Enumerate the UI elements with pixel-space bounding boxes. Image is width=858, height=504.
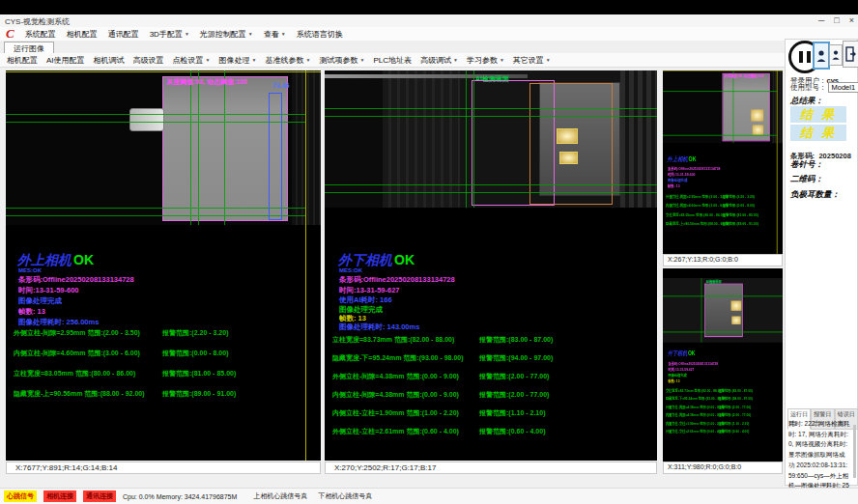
measurement-row: 外侧立柱-间隙=4.38mm 范围:(0.00 - 9.00)报警范围:(2.0… [666, 405, 783, 410]
thumb-result-title: 外下相机OK [668, 350, 695, 357]
thumb-view-bottom[interactable]: AI检测画面 外下相机OK 条形码:Offline202502081331347… [663, 268, 783, 462]
model-row: 使用型号： Model1 [790, 82, 858, 93]
result-block-top: 结 果 [790, 106, 846, 123]
image-texture [325, 70, 383, 208]
chevron-down-icon: ▼ [453, 57, 458, 63]
bright-spot [731, 301, 742, 311]
minimize-button[interactable]: ─ [818, 15, 824, 25]
switch-user-button[interactable] [813, 42, 830, 70]
menu-language-switch[interactable]: 系统语言切换 [297, 29, 343, 40]
elapsed-line: 图像处理耗时: 256.00ms [18, 318, 99, 327]
menu-comm-config[interactable]: 通讯配置 [108, 29, 139, 40]
bright-spot [753, 125, 763, 134]
frame-count-line: 帧数: 13 [668, 183, 680, 189]
qrcode-label: 二维码： [790, 174, 823, 185]
frame-count-line: 帧数: 13 [18, 307, 45, 317]
user-icon [832, 49, 840, 61]
comm-connect-badge: 通讯连接 [83, 490, 116, 502]
thumb-view-top[interactable]: 灰度阈值:93, 动态阈值:100 外上相机OK 条形码:Offline2025… [663, 70, 783, 254]
menu-view[interactable]: 查看▼ [264, 29, 286, 40]
thumb-result-title: 外上相机OK [668, 154, 697, 162]
measurement-row: 立柱宽度=83.05mm 范围:(80.00 - 86.00)报警范围:(81.… [14, 369, 321, 378]
cpu-memory-text: Cpu: 0.0% Memory: 3424.41796875M [123, 493, 237, 500]
title-bar: CYS-视觉检测系统 ─ □ × [0, 14, 858, 28]
threshold-overlay-text: 灰度阈值:93, 动态阈值:100 [724, 73, 763, 79]
top-camera-heartbeat-text: 上相机心跳信号真 [253, 491, 307, 501]
close-button[interactable]: × [849, 15, 854, 25]
measurement-row: 内侧立柱-间隙=4.38mm 范围:(0.00 - 9.00)报警范围:(2.0… [332, 390, 657, 400]
measurement-row: 外侧立柱-间隙=2.95mm 范围:(2.00 - 3.50)报警范围:(2.2… [14, 328, 321, 338]
middle-coord-bar: X:270;Y:2502;R:17;G:17;B:17 [325, 462, 657, 474]
chevron-down-icon: ▼ [500, 57, 504, 63]
tool-advanced-settings[interactable]: 高级设置 [133, 55, 164, 66]
maximize-button[interactable]: □ [834, 15, 839, 25]
camera-view-middle[interactable]: AI检测画面 外下相机OK MES:OK 条形码:Offline20250208… [325, 70, 657, 461]
middle-camera-image: AI检测画面 [325, 70, 657, 208]
measurement-row: 内侧立柱-间隙=4.60mm 范围:(3.00 - 6.00)报警范围:(0.0… [14, 349, 321, 358]
tool-image-processing[interactable]: 图像处理▼ [219, 55, 257, 66]
mes-status: MES:OK [18, 267, 42, 273]
threshold-overlay-text: 灰度阈值:93, 动态阈值:100 [166, 77, 247, 87]
chevron-down-icon: ▼ [206, 57, 211, 63]
menu-bar: C 系统配置 相机配置 通讯配置 3D手配置▼ 光源控制配置▼ 查看▼ 系统语言… [0, 27, 858, 41]
model-label: 使用型号： [790, 83, 827, 93]
image-texture [292, 70, 321, 225]
tool-learning-params[interactable]: 学习参数▼ [467, 55, 504, 66]
camera-connect-badge: 相机连接 [43, 490, 76, 502]
camera-view-left[interactable]: 73.46 灰度阈值:93, 动态阈值:100 外上相机OK MES:OK 条形… [6, 70, 321, 461]
tool-ai-usage-config[interactable]: AI使用配置 [46, 55, 85, 66]
tool-plc-address-table[interactable]: PLC地址表 [373, 55, 412, 66]
user-manage-button[interactable] [829, 44, 843, 66]
measurement-row: 外侧立柱-立柱=2.61mm 范围:(0.60 - 4.00)报警范围:(0.6… [332, 427, 657, 436]
log-scrollbar[interactable] [853, 425, 856, 478]
time-line: 时间:13-31-59-627 [339, 286, 400, 295]
thumb-image: AI检测画面 [663, 278, 783, 343]
app-logo-icon: C [6, 29, 14, 39]
tool-camera-config[interactable]: 相机配置 [7, 55, 38, 66]
menu-camera-config[interactable]: 相机配置 [67, 29, 98, 40]
menu-system-config[interactable]: 系统配置 [25, 29, 56, 40]
chevron-down-icon: ▼ [185, 31, 189, 37]
tool-advanced-debug[interactable]: 高级调试▼ [420, 55, 458, 66]
tool-baseline-params[interactable]: 基准线参数▼ [265, 55, 310, 66]
measurement-row: 立柱宽度=83.73mm 范围:(82.00 - 88.00)报警范围:(83.… [666, 388, 783, 394]
desktop-strip [0, 0, 858, 14]
measurement-row: 隐藏宽度-下=95.24mm 范围:(93.00 - 98.00)报警范围:(9… [666, 396, 783, 402]
exit-door-icon [845, 46, 857, 62]
bright-spot [557, 128, 578, 144]
model-select[interactable]: Model1 [828, 82, 858, 93]
image-texture [620, 70, 657, 208]
measurement-row: 外侧立柱-间隙=2.95mm 范围:(2.00 - 3.50)报警范围:(2.2… [666, 194, 783, 200]
frame-count-line: 帧数: 13 [668, 378, 679, 384]
measurement-row: 外侧立柱-间隙=4.38mm 范围:(0.00 - 9.00)报警范围:(2.0… [332, 372, 657, 381]
window-title: CYS-视觉检测系统 [5, 16, 70, 27]
menu-robot-config[interactable]: 3D手配置▼ [150, 29, 189, 40]
chevron-down-icon: ▼ [359, 57, 364, 63]
chevron-down-icon: ▼ [546, 57, 551, 63]
image-texture [383, 70, 460, 208]
measurement-row: 隐藏宽度-下=95.24mm 范围:(93.00 - 98.00)报警范围:(9… [332, 353, 657, 363]
thumb-image: 灰度阈值:93, 动态阈值:100 [663, 70, 783, 143]
bright-spot [559, 152, 578, 164]
heartbeat-status-badge: 心跳信号 [4, 490, 37, 502]
tool-other-settings[interactable]: 其它设置▼ [513, 55, 551, 66]
tool-spot-check[interactable]: 点检设置▼ [173, 55, 211, 66]
measurement-row: 外侧立柱-立柱=2.61mm 范围:(0.60 - 4.00)报警范围:(0.6… [666, 429, 783, 434]
menu-light-config[interactable]: 光源控制配置▼ [200, 29, 253, 40]
tool-camera-debug[interactable]: 相机调试 [94, 55, 125, 66]
status-bar: 心跳信号 相机连接 通讯连接 Cpu: 0.0% Memory: 3424.41… [0, 488, 858, 504]
connector-part [129, 108, 164, 131]
chevron-down-icon: ▼ [248, 31, 253, 37]
measurement-row: 内侧立柱-立柱=1.90mm 范围:(1.00 - 2.20)报警范围:(1.1… [666, 421, 783, 427]
barcode-line: 条形码:Offline20250208133134728 [18, 275, 134, 285]
chevron-down-icon: ▼ [305, 57, 310, 63]
measurement-row: 立柱宽度=83.73mm 范围:(82.00 - 88.00)报警范围:(83.… [332, 335, 657, 345]
exit-button[interactable] [843, 41, 858, 68]
toolbar: 相机配置 AI使用配置 相机调试 高级设置 点检设置▼ 图像处理▼ 基准线参数▼… [0, 53, 858, 68]
measure-roi-label: 73.46 [272, 82, 290, 89]
measurement-row: 内侧立柱-间隙=4.60mm 范围:(3.00 - 6.00)报警范围:(0.0… [666, 203, 783, 209]
user-icon [816, 49, 826, 63]
spindle-label: 卷针号： [790, 159, 823, 171]
ai-view-label: AI检测画面 [706, 279, 722, 285]
tool-test-params[interactable]: 测试项参数▼ [319, 55, 364, 66]
